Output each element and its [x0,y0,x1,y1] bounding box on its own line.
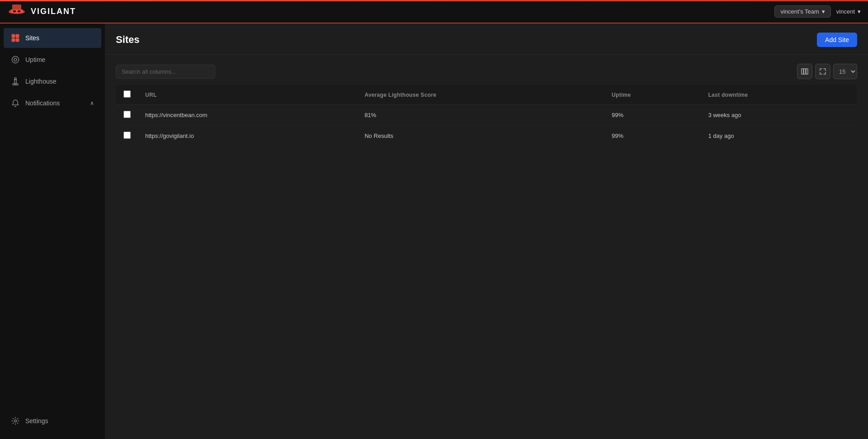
content-area: Sites Add Site [105,24,868,439]
sidebar-item-settings[interactable]: Settings [4,411,101,431]
cell-url: https://vincentbean.com [138,105,357,126]
sidebar-item-uptime[interactable]: Uptime [4,50,101,70]
table-header-downtime: Last downtime [701,85,857,105]
uptime-icon [11,55,20,64]
sidebar-label-sites: Sites [25,34,94,42]
table-row: https://vincentbean.com81%99%3 weeks ago [116,105,857,126]
team-selector[interactable]: vincent's Team ▾ [774,5,830,18]
cell-lighthouse-score: 81% [357,105,604,126]
add-site-button[interactable]: Add Site [817,33,857,47]
svg-rect-8 [12,38,15,42]
user-name: vincent [836,8,855,15]
main-layout: Sites Uptime Lighthouse [0,24,868,439]
expand-button[interactable] [815,64,830,79]
settings-icon [11,416,20,425]
table-header-url: URL [138,85,357,105]
user-chevron-icon: ▾ [858,8,861,15]
sidebar: Sites Uptime Lighthouse [0,24,105,439]
cell-uptime: 99% [604,105,701,126]
sidebar-item-sites[interactable]: Sites [4,28,101,48]
notifications-chevron-icon: ∧ [90,100,94,106]
svg-rect-5 [18,10,20,12]
table-header-row: URL Average Lighthouse Score Uptime Last… [116,85,857,105]
sidebar-label-settings: Settings [25,417,94,425]
table-header-checkbox [116,85,138,105]
logo-area: VIGILANT [7,2,76,21]
cell-url: https://govigilant.io [138,126,357,146]
svg-rect-7 [16,34,19,38]
svg-rect-16 [802,69,803,74]
select-all-checkbox[interactable] [123,90,131,98]
topbar-right: vincent's Team ▾ vincent ▾ [774,5,861,18]
table-header-lighthouse: Average Lighthouse Score [357,85,604,105]
notifications-icon [11,99,20,108]
sites-table: URL Average Lighthouse Score Uptime Last… [116,85,857,146]
svg-rect-18 [806,69,808,74]
svg-rect-17 [804,69,806,74]
svg-rect-9 [16,38,19,42]
svg-point-15 [14,420,17,422]
table-actions: 15 [797,64,857,79]
sites-icon [11,33,20,42]
sidebar-item-notifications[interactable]: Notifications ∧ [4,93,101,113]
svg-rect-4 [13,10,16,12]
sidebar-bottom: Settings [0,410,105,439]
sidebar-label-notifications: Notifications [25,99,85,107]
table-controls: 15 [116,64,857,79]
sidebar-item-lighthouse[interactable]: Lighthouse [4,71,101,91]
team-name: vincent's Team [780,8,819,15]
svg-rect-12 [14,78,16,84]
user-menu[interactable]: vincent ▾ [836,8,861,15]
svg-point-11 [14,58,17,61]
cell-last-downtime: 1 day ago [701,126,857,146]
svg-rect-3 [10,9,23,13]
svg-point-10 [12,57,19,63]
logo-icon [7,2,26,21]
table-area: 15 URL Average Lighthouse Score Uptime L… [105,55,868,439]
logo-text: VIGILANT [31,7,76,16]
topbar: VIGILANT vincent's Team ▾ vincent ▾ [0,0,868,24]
row-checkbox-1[interactable] [123,132,131,139]
cell-lighthouse-score: No Results [357,126,604,146]
row-checkbox-0[interactable] [123,111,131,118]
search-input[interactable] [116,65,215,79]
page-header: Sites Add Site [105,24,868,55]
sidebar-label-uptime: Uptime [25,56,94,63]
team-chevron-icon: ▾ [822,8,825,15]
sidebar-label-lighthouse: Lighthouse [25,78,94,85]
table-header-uptime: Uptime [604,85,701,105]
columns-toggle-button[interactable] [797,64,812,79]
page-title: Sites [116,34,140,46]
rows-per-page-select[interactable]: 15 [833,64,857,79]
svg-rect-14 [14,79,17,80]
cell-uptime: 99% [604,126,701,146]
table-row: https://govigilant.ioNo Results99%1 day … [116,126,857,146]
svg-rect-6 [12,34,15,38]
cell-last-downtime: 3 weeks ago [701,105,857,126]
lighthouse-icon [11,77,20,86]
